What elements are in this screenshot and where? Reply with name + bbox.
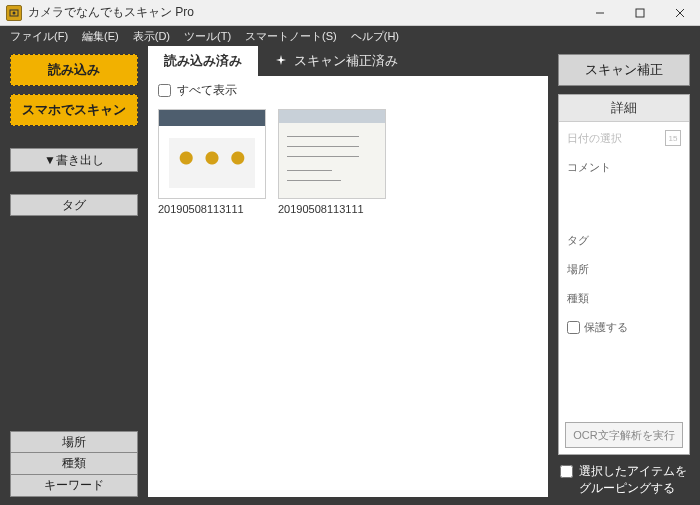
sparkle-icon [274,54,288,68]
close-button[interactable] [660,0,700,25]
menu-view[interactable]: 表示(D) [127,27,176,46]
tabs: 読み込み済み スキャン補正済み [148,46,548,76]
tab-corrected-label: スキャン補正済み [294,52,398,70]
thumbnail-label: 20190508113111 [158,203,266,215]
left-panel: 読み込み スマホでスキャン ▼書き出し タグ 場所 種類 キーワード [0,46,148,505]
minimize-button[interactable] [580,0,620,25]
right-panel: スキャン補正 詳細 日付の選択 15 コメント タグ 場所 種類 保護する OC… [552,46,700,505]
detail-body: 日付の選択 15 コメント タグ 場所 種類 保護する [559,122,689,422]
left-bottom-sections: 場所 種類 キーワード [10,431,138,497]
protect-row: 保護する [567,320,681,335]
date-row: 日付の選択 15 [567,130,681,146]
menu-smartnote[interactable]: スマートノート(S) [239,27,343,46]
detail-tag-label: タグ [567,233,681,248]
menubar: ファイル(F) 編集(E) 表示(D) ツール(T) スマートノート(S) ヘル… [0,26,700,46]
menu-edit[interactable]: 編集(E) [76,27,125,46]
thumbnail-label: 20190508113111 [278,203,386,215]
show-all-row: すべて表示 [148,76,548,105]
maximize-button[interactable] [620,0,660,25]
tag-section-header[interactable]: タグ [10,194,138,216]
ocr-button[interactable]: OCR文字解析を実行 [565,422,683,448]
menu-file[interactable]: ファイル(F) [4,27,74,46]
grouping-checkbox[interactable] [560,465,573,478]
protect-checkbox[interactable] [567,321,580,334]
detail-type-label: 種類 [567,291,681,306]
svg-point-1 [13,11,16,14]
titlebar: カメラでなんでもスキャン Pro [0,0,700,26]
detail-panel: 詳細 日付の選択 15 コメント タグ 場所 種類 保護する OCR文字解析を実… [558,94,690,455]
comment-label: コメント [567,160,681,175]
smartphone-scan-button[interactable]: スマホでスキャン [10,94,138,126]
calendar-icon[interactable]: 15 [665,130,681,146]
thumbnail-image [158,109,266,199]
window-controls [580,0,700,25]
show-all-checkbox[interactable] [158,84,171,97]
grouping-row: 選択したアイテムを グルーピングする [558,463,690,497]
detail-place-label: 場所 [567,262,681,277]
show-all-label: すべて表示 [177,82,237,99]
place-section-header[interactable]: 場所 [10,431,138,453]
protect-label: 保護する [584,320,628,335]
main-area: 読み込み スマホでスキャン ▼書き出し タグ 場所 種類 キーワード 読み込み済… [0,46,700,505]
scan-correct-button[interactable]: スキャン補正 [558,54,690,86]
load-button[interactable]: 読み込み [10,54,138,86]
type-section-header[interactable]: 種類 [10,453,138,475]
menu-tool[interactable]: ツール(T) [178,27,237,46]
date-select-label: 日付の選択 [567,131,622,146]
tab-corrected[interactable]: スキャン補正済み [258,46,414,76]
thumbnail-grid: 20190508113111 20190508113111 [148,105,548,219]
export-button[interactable]: ▼書き出し [10,148,138,172]
thumbnail-item[interactable]: 20190508113111 [278,109,386,215]
tab-loaded-label: 読み込み済み [164,52,242,70]
center-panel: 読み込み済み スキャン補正済み すべて表示 20190508113111 201… [148,54,548,497]
thumbnail-item[interactable]: 20190508113111 [158,109,266,215]
detail-header: 詳細 [559,95,689,122]
app-icon [6,5,22,21]
grouping-label: 選択したアイテムを グルーピングする [579,463,687,497]
tab-loaded[interactable]: 読み込み済み [148,46,258,76]
window-title: カメラでなんでもスキャン Pro [28,4,580,21]
svg-rect-3 [636,9,644,17]
keyword-section-header[interactable]: キーワード [10,475,138,497]
menu-help[interactable]: ヘルプ(H) [345,27,405,46]
thumbnail-image [278,109,386,199]
